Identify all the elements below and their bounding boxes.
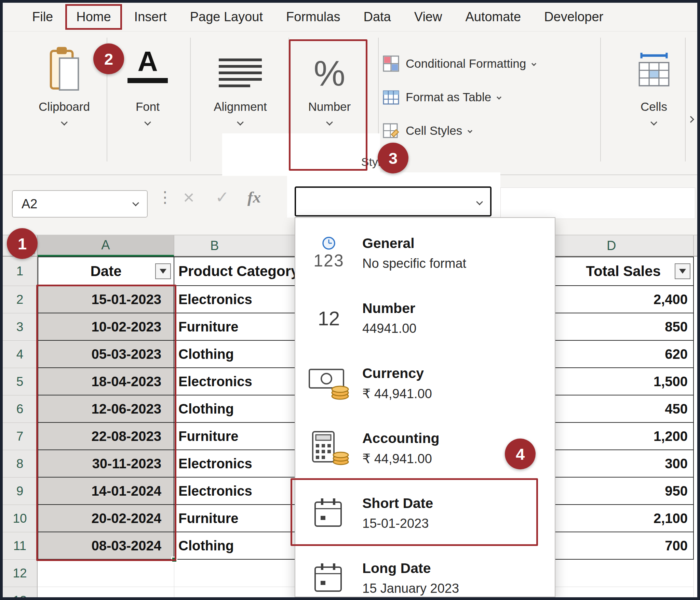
format-sample: No specific format <box>362 256 466 271</box>
row-header[interactable]: 8 <box>3 450 38 478</box>
chevron-down-icon <box>468 128 472 133</box>
tab-file[interactable]: File <box>21 5 65 29</box>
formula-input[interactable] <box>500 187 695 219</box>
alignment-icon <box>219 39 262 91</box>
format-as-table-button[interactable]: Format as Table <box>382 88 501 106</box>
row-header[interactable]: 5 <box>3 368 38 395</box>
styles-group: Conditional Formatting Format as Table <box>378 31 599 174</box>
tab-developer[interactable]: Developer <box>533 5 615 29</box>
empty-cell[interactable] <box>38 587 174 597</box>
insert-function-fx-icon[interactable]: fx <box>247 175 261 219</box>
row-header[interactable]: 4 <box>3 341 38 368</box>
column-header-a[interactable]: A <box>38 235 174 257</box>
cell-total[interactable]: 2,400 <box>555 286 694 313</box>
header-cell-total-sales[interactable]: Total Sales <box>555 257 694 286</box>
ribbon-tab-bar: File Home Insert Page Layout Formulas Da… <box>3 3 697 31</box>
row-header[interactable]: 10 <box>3 505 38 532</box>
row-header[interactable]: 7 <box>3 423 38 450</box>
step-4-badge: 4 <box>505 439 536 469</box>
chevron-down-icon <box>497 95 501 100</box>
column-header-d[interactable]: D <box>555 235 694 257</box>
empty-cell[interactable] <box>555 560 694 587</box>
row-header[interactable]: 3 <box>3 313 38 341</box>
step-1-badge: 1 <box>7 228 38 259</box>
format-option-long-date[interactable]: Long Date 15 January 2023 <box>295 546 555 600</box>
tab-page-layout[interactable]: Page Layout <box>178 5 274 29</box>
chevron-down-icon <box>650 119 657 126</box>
filter-arrow-icon <box>679 269 686 274</box>
cell-total[interactable]: 620 <box>555 341 694 368</box>
chevron-down-icon <box>132 199 139 206</box>
cells-group[interactable]: Cells <box>615 39 693 169</box>
format-sample: 15 January 2023 <box>362 581 459 596</box>
cell-styles-icon <box>382 122 400 139</box>
filter-button[interactable] <box>675 263 690 279</box>
cell-total[interactable]: 1,500 <box>555 368 694 395</box>
font-icon: A <box>127 39 168 91</box>
clipboard-icon <box>48 39 81 91</box>
tab-home[interactable]: Home <box>65 5 122 29</box>
annotation-box-number-group <box>289 39 367 171</box>
cancel-icon[interactable]: × <box>183 175 194 219</box>
row-header[interactable]: 11 <box>3 532 38 560</box>
row-header[interactable]: 9 <box>3 478 38 505</box>
tab-data[interactable]: Data <box>352 5 402 29</box>
row-header[interactable]: 1 <box>3 257 38 286</box>
tab-view[interactable]: View <box>403 5 454 29</box>
cell-total[interactable]: 2,100 <box>555 505 694 532</box>
chevron-down-icon <box>476 198 483 205</box>
group-divider <box>190 38 191 161</box>
clipboard-group[interactable]: Clipboard <box>23 39 105 169</box>
annotation-box-date-range <box>36 285 176 561</box>
chevron-down-icon <box>531 61 536 66</box>
chevron-down-icon <box>144 119 151 126</box>
format-name: Accounting <box>362 430 439 446</box>
enter-check-icon[interactable]: ✓ <box>215 175 229 219</box>
cells-label: Cells <box>641 100 667 114</box>
number-format-combobox[interactable] <box>295 186 492 217</box>
conditional-formatting-button[interactable]: Conditional Formatting <box>382 54 536 73</box>
tab-insert[interactable]: Insert <box>123 5 178 29</box>
row-header[interactable]: 12 <box>3 560 38 587</box>
name-box[interactable]: A2 <box>12 190 148 218</box>
cells-icon <box>634 39 674 91</box>
format-name: Number <box>362 300 417 316</box>
cell-total[interactable]: 1,200 <box>555 423 694 450</box>
filter-arrow-icon <box>160 269 166 274</box>
row-header[interactable]: 6 <box>3 395 38 423</box>
empty-cell[interactable] <box>555 587 694 597</box>
cell-total[interactable]: 300 <box>555 450 694 478</box>
format-sample: ₹ 44,941.00 <box>362 451 439 466</box>
row-header[interactable]: 2 <box>3 286 38 313</box>
format-option-currency[interactable]: Currency ₹ 44,941.00 <box>295 351 555 416</box>
tab-formulas[interactable]: Formulas <box>274 5 352 29</box>
header-cell-date[interactable]: Date <box>38 257 174 286</box>
step-3-badge: 3 <box>378 143 408 173</box>
format-name: General <box>362 235 466 251</box>
cell-total[interactable]: 950 <box>555 478 694 505</box>
excel-window: File Home Insert Page Layout Formulas Da… <box>0 0 700 600</box>
currency-format-icon <box>295 366 362 400</box>
alignment-label: Alignment <box>214 100 267 114</box>
number-format-icon: 12 <box>295 307 362 330</box>
empty-cell[interactable] <box>38 560 174 587</box>
cell-total[interactable]: 700 <box>555 532 694 560</box>
chevron-down-icon <box>61 119 68 126</box>
conditional-formatting-icon <box>382 55 400 72</box>
accounting-format-icon <box>295 430 362 466</box>
cell-total[interactable]: 850 <box>555 313 694 341</box>
row-header[interactable]: 13 <box>3 587 38 597</box>
group-divider <box>600 38 601 161</box>
tab-automate[interactable]: Automate <box>454 5 533 29</box>
format-sample: ₹ 44,941.00 <box>362 386 432 401</box>
general-format-icon: 123 <box>295 236 362 271</box>
cell-styles-button[interactable]: Cell Styles <box>382 121 472 140</box>
name-box-value: A2 <box>22 197 37 211</box>
format-sample: 44941.00 <box>362 321 417 336</box>
long-date-icon <box>295 562 362 595</box>
cell-total[interactable]: 450 <box>555 395 694 423</box>
format-option-general[interactable]: 123 General No specific format <box>295 221 555 286</box>
format-option-number[interactable]: 12 Number 44941.00 <box>295 286 555 351</box>
filter-button[interactable] <box>155 263 171 279</box>
formula-bar-dots-icon[interactable]: ⋮ <box>157 175 173 219</box>
